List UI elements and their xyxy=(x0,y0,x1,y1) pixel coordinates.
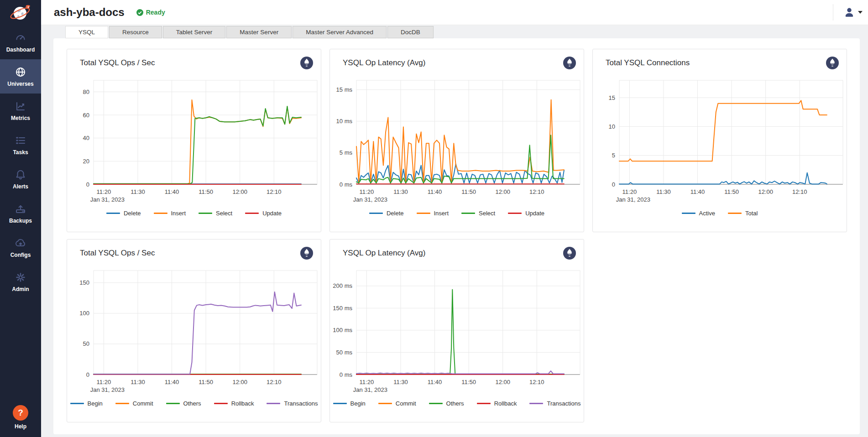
prometheus-icon[interactable] xyxy=(563,246,576,260)
legend-swatch xyxy=(115,403,129,404)
series-line-total xyxy=(619,100,827,161)
legend-swatch xyxy=(214,403,228,404)
sidebar-item-configs[interactable]: Configs xyxy=(0,230,41,265)
tab-master-server-advanced[interactable]: Master Server Advanced xyxy=(293,26,387,38)
legend-item-delete[interactable]: Delete xyxy=(369,210,404,217)
x-tick-label: 12:10 xyxy=(529,188,544,195)
legend-item-select[interactable]: Select xyxy=(199,210,232,217)
legend-label: Transactions xyxy=(547,400,580,407)
legend-swatch xyxy=(429,403,443,404)
app-window: DashboardUniversesMetricsTasksAlertsBack… xyxy=(0,0,868,437)
legend-item-rollback[interactable]: Rollback xyxy=(214,400,254,407)
y-tick-label: 15 xyxy=(609,94,615,101)
tab-docdb[interactable]: DocDB xyxy=(387,26,434,38)
prometheus-icon[interactable] xyxy=(300,246,314,260)
status-badge: Ready xyxy=(136,9,165,16)
legend-swatch xyxy=(154,213,167,214)
legend-item-transactions[interactable]: Transactions xyxy=(267,400,318,407)
y-tick-label: 5 xyxy=(612,152,615,159)
x-tick-label: 11:40 xyxy=(428,188,442,195)
legend-item-transactions[interactable]: Transactions xyxy=(529,400,580,407)
legend-item-begin[interactable]: Begin xyxy=(70,400,103,407)
legend-item-others[interactable]: Others xyxy=(166,400,201,407)
prometheus-icon[interactable] xyxy=(300,56,314,70)
chevron-down-icon xyxy=(858,11,863,14)
x-tick-label: 12:00 xyxy=(232,379,247,385)
legend-label: Begin xyxy=(88,400,103,407)
y-tick-label: 0 xyxy=(612,181,615,188)
sidebar-item-universes[interactable]: Universes xyxy=(0,59,41,94)
series-line-transactions xyxy=(356,371,564,374)
legend-label: Insert xyxy=(171,210,186,217)
sidebar-item-tasks[interactable]: Tasks xyxy=(0,128,41,162)
chart-plot: 02040608011:20Jan 31, 202311:3011:4011:5… xyxy=(67,68,321,204)
legend-item-total[interactable]: Total xyxy=(728,210,758,217)
chart-panels: Total YSQL Ops / Sec02040608011:20Jan 31… xyxy=(67,49,848,422)
tasks-icon xyxy=(1,135,40,146)
legend-item-begin[interactable]: Begin xyxy=(333,400,366,407)
sidebar-item-backups[interactable]: Backups xyxy=(0,196,41,230)
legend-swatch xyxy=(477,403,491,404)
x-axis-date-label: Jan 31, 2023 xyxy=(353,386,387,393)
legend-item-commit[interactable]: Commit xyxy=(115,400,153,407)
sidebar-item-metrics[interactable]: Metrics xyxy=(0,94,41,128)
prometheus-icon[interactable] xyxy=(826,56,839,70)
series-line-active xyxy=(619,173,827,184)
legend-swatch xyxy=(378,403,392,404)
legend-item-select[interactable]: Select xyxy=(461,210,495,217)
legend-swatch xyxy=(417,213,430,214)
legend-item-others[interactable]: Others xyxy=(429,400,464,407)
legend-label: Others xyxy=(183,400,201,407)
sidebar-item-dashboard[interactable]: Dashboard xyxy=(0,25,41,59)
y-tick-label: 150 xyxy=(79,279,89,286)
x-axis-date-label: Jan 31, 2023 xyxy=(353,196,387,203)
legend-item-delete[interactable]: Delete xyxy=(106,210,141,217)
sidebar-item-help[interactable]: ? Help xyxy=(0,399,41,437)
y-tick-label: 150 ms xyxy=(333,305,352,312)
x-tick-label: 11:30 xyxy=(393,379,408,385)
legend-label: Rollback xyxy=(231,400,254,407)
y-tick-label: 5 ms xyxy=(340,149,353,156)
legend-label: Select xyxy=(479,210,495,217)
legend-item-active[interactable]: Active xyxy=(682,210,715,217)
sidebar-item-label: Backups xyxy=(1,218,40,224)
top-bar: ash-yba-docs Ready xyxy=(41,0,868,25)
series-line-insert xyxy=(94,100,301,184)
legend-swatch xyxy=(199,213,212,214)
x-tick-label: 12:10 xyxy=(267,188,282,195)
legend-swatch xyxy=(682,213,695,214)
tab-tablet-server[interactable]: Tablet Server xyxy=(163,26,226,38)
tab-ysql[interactable]: YSQL xyxy=(65,26,108,38)
legend-item-rollback[interactable]: Rollback xyxy=(477,400,517,407)
legend-item-insert[interactable]: Insert xyxy=(154,210,186,217)
yugabyte-logo[interactable] xyxy=(0,0,41,25)
legend-item-commit[interactable]: Commit xyxy=(378,400,416,407)
legend-swatch xyxy=(369,213,383,214)
legend-item-update[interactable]: Update xyxy=(508,210,544,217)
metrics-card: Total YSQL Ops / Sec02040608011:20Jan 31… xyxy=(53,38,860,434)
x-tick-label: 11:50 xyxy=(199,188,213,195)
sidebar-item-alerts[interactable]: Alerts xyxy=(0,162,41,196)
user-menu-button[interactable] xyxy=(843,6,863,18)
legend-item-insert[interactable]: Insert xyxy=(417,210,449,217)
tab-master-server[interactable]: Master Server xyxy=(226,26,292,38)
metrics-tabs: YSQLResourceTablet ServerMaster ServerMa… xyxy=(65,26,868,38)
y-tick-label: 80 xyxy=(83,88,89,95)
legend-label: Insert xyxy=(434,210,449,217)
x-tick-label: 11:20 xyxy=(622,188,637,195)
divider xyxy=(833,4,833,21)
backups-icon xyxy=(1,203,40,215)
y-tick-label: 0 xyxy=(86,181,89,188)
legend-item-update[interactable]: Update xyxy=(245,210,282,217)
tab-resource[interactable]: Resource xyxy=(109,26,162,38)
configs-icon xyxy=(1,237,40,249)
legend-label: Commit xyxy=(396,400,416,407)
chart-legend: BeginCommitOthersRollbackTransactions xyxy=(67,400,321,407)
y-tick-label: 100 ms xyxy=(333,327,352,333)
chart-plot: 0 ms5 ms10 ms15 ms11:20Jan 31, 202311:30… xyxy=(330,68,584,204)
legend-swatch xyxy=(267,403,280,404)
x-tick-label: 11:20 xyxy=(360,379,374,385)
x-tick-label: 11:50 xyxy=(461,188,476,195)
sidebar-item-admin[interactable]: Admin xyxy=(0,265,41,299)
prometheus-icon[interactable] xyxy=(563,56,576,70)
